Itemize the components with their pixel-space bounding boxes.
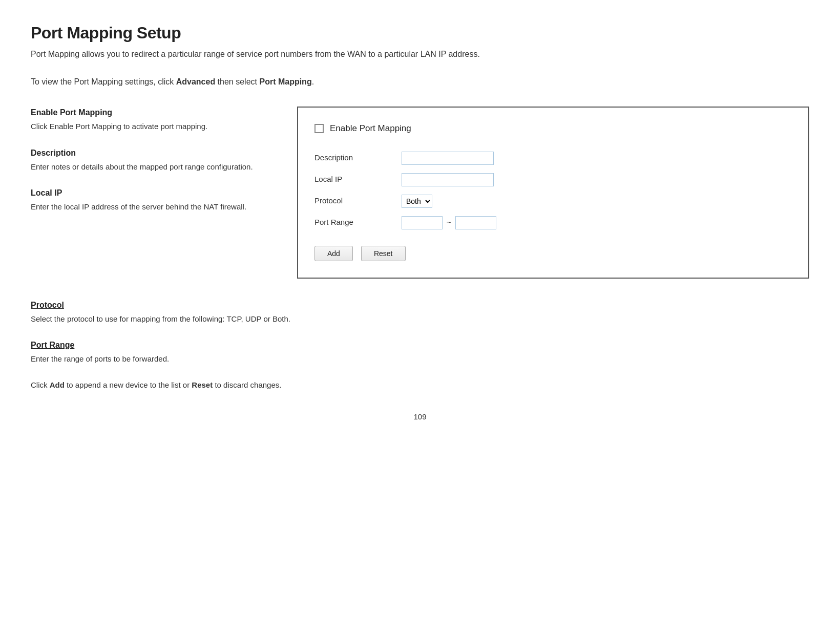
enable-port-mapping-form-label: Enable Port Mapping (330, 122, 411, 135)
description-section: Description Enter notes or details about… (31, 147, 277, 173)
enable-port-mapping-title: Enable Port Mapping (31, 107, 277, 119)
port-range-bottom-title: Port Range (31, 339, 809, 351)
port-range-bottom-section: Port Range Enter the range of ports to b… (31, 339, 809, 365)
protocol-select[interactable]: Both TCP UDP (402, 195, 432, 208)
right-panel: Enable Port Mapping Description Local IP (297, 107, 809, 279)
description-desc: Enter notes or details about the mapped … (31, 161, 277, 173)
port-range-bottom-text: Enter the range of ports to be forwarded… (31, 353, 809, 365)
description-input[interactable] (402, 152, 494, 165)
add-reset-note-reset-bold: Reset (192, 381, 213, 389)
add-reset-note-section: Click Add to append a new device to the … (31, 379, 809, 391)
local-ip-desc: Enter the local IP address of the server… (31, 201, 277, 213)
local-ip-section: Local IP Enter the local IP address of t… (31, 187, 277, 213)
port-range-start-input[interactable] (402, 216, 443, 229)
local-ip-input[interactable] (402, 173, 494, 186)
description-label: Description (314, 147, 396, 169)
intro-period: . (312, 77, 314, 86)
intro-bold-advanced: Advanced (176, 77, 215, 86)
description-input-cell (396, 147, 792, 169)
port-range-input-cell: ~ (396, 212, 792, 234)
protocol-bottom-section: Protocol Select the protocol to use for … (31, 299, 809, 325)
button-row: Add Reset (314, 246, 792, 261)
port-range-label: Port Range (314, 212, 396, 234)
form-panel: Enable Port Mapping Description Local IP (297, 107, 809, 279)
protocol-row: Protocol Both TCP UDP (314, 191, 792, 212)
add-reset-note-end: to discard changes. (215, 381, 281, 389)
port-range-group: ~ (402, 216, 792, 229)
protocol-bottom-text: Select the protocol to use for mapping f… (31, 313, 809, 325)
add-reset-note-add-bold: Add (50, 381, 65, 389)
intro-text-start: To view the Port Mapping settings, click (31, 77, 174, 86)
local-ip-row: Local IP (314, 169, 792, 191)
add-reset-note-text: Click Add to append a new device to the … (31, 379, 809, 391)
description-row: Description (314, 147, 792, 169)
left-panel: Enable Port Mapping Click Enable Port Ma… (31, 107, 277, 227)
protocol-input-cell: Both TCP UDP (396, 191, 792, 212)
add-reset-note-mid: to append a new device to the list or (67, 381, 192, 389)
local-ip-title: Local IP (31, 187, 277, 199)
intro-text-mid: then select (218, 77, 260, 86)
local-ip-label: Local IP (314, 169, 396, 191)
enable-port-mapping-section: Enable Port Mapping Click Enable Port Ma… (31, 107, 277, 133)
add-reset-note-click: Click (31, 381, 50, 389)
add-button[interactable]: Add (314, 246, 353, 261)
port-range-tilde: ~ (447, 217, 451, 228)
form-table: Description Local IP Protocol Both (314, 147, 792, 234)
protocol-bottom-title: Protocol (31, 299, 809, 311)
intro-bold-port-mapping: Port Mapping (259, 77, 311, 86)
port-range-end-input[interactable] (455, 216, 496, 229)
local-ip-input-cell (396, 169, 792, 191)
description-title: Description (31, 147, 277, 159)
reset-button[interactable]: Reset (361, 246, 406, 261)
page-title: Port Mapping Setup (31, 20, 809, 45)
enable-row: Enable Port Mapping (314, 122, 792, 135)
enable-port-mapping-checkbox[interactable] (314, 124, 324, 133)
page-number: 109 (31, 411, 809, 423)
enable-port-mapping-desc: Click Enable Port Mapping to activate po… (31, 121, 277, 133)
bottom-sections: Protocol Select the protocol to use for … (31, 299, 809, 391)
port-range-row: Port Range ~ (314, 212, 792, 234)
page-subtitle: Port Mapping allows you to redirect a pa… (31, 48, 809, 60)
content-area: Enable Port Mapping Click Enable Port Ma… (31, 107, 809, 279)
protocol-label: Protocol (314, 191, 396, 212)
intro-text: To view the Port Mapping settings, click… (31, 76, 809, 88)
